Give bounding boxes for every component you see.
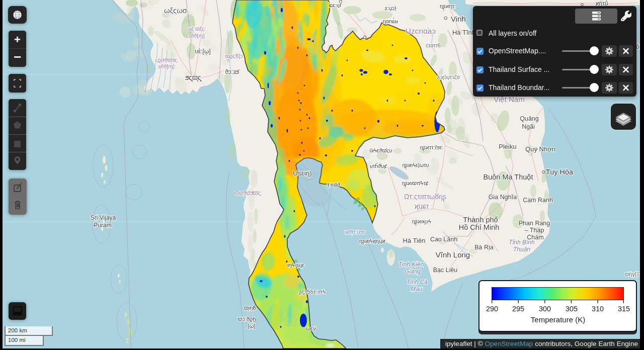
svg-text:ʂϛτ55τ:ιπϟ: ʂϛτ55τ:ιπϟ — [299, 289, 326, 295]
svg-text:– Tháp: – Tháp — [525, 227, 544, 234]
svg-text:Hà Tiên: Hà Tiên — [403, 237, 426, 244]
svg-text:ϖϱςϐ[ɔ: ϖϱςϐ[ɔ — [225, 53, 243, 59]
svg-text:310: 310 — [592, 305, 604, 313]
svg-text:ϖ̈ήγ[Ξ: ϖ̈ήγ[Ξ — [625, 271, 640, 277]
svg-text:ɜ:ϗɔ̌ųτ:ιζɑ: ɜ:ϗɔ̌ųτ:ιζɑ — [437, 74, 460, 80]
svg-text:ȗιϟεϑϖ̌ςυ: ȗιϟεϑϖ̌ςυ — [369, 147, 392, 153]
svg-text:Mau: Mau — [411, 286, 423, 293]
svg-text:Giang: Giang — [405, 268, 421, 275]
svg-text:Usειη): Usειη) — [293, 169, 312, 177]
svg-text:ιηϟ:ʂųε: ιηϟ:ʂųε — [287, 262, 304, 268]
svg-text:ϖ̨ιηϐ: ϖ̨ιηϐ — [244, 305, 256, 311]
svg-text:290: 290 — [486, 305, 498, 313]
svg-text:Tỉnh Kiên: Tỉnh Kiên — [398, 261, 424, 268]
svg-text:Tuy Hòa: Tuy Hòa — [546, 168, 574, 176]
svg-text:τ:εσ∂: τ:εσ∂ — [327, 182, 340, 188]
svg-text:Thành phố: Thành phố — [463, 216, 498, 224]
svg-text:Ngãi: Ngãi — [522, 123, 535, 130]
svg-text:υὲ:[ῳ]: υὲ:[ῳ] — [195, 48, 210, 55]
svg-text:Hồ Chí Minh: Hồ Chí Minh — [459, 223, 500, 231]
svg-text:300: 300 — [539, 305, 551, 313]
svg-text:ϧς̨ϖ̨ς̨: ϧς̨ϖ̨ς̨ — [185, 73, 202, 81]
svg-text:Vinh: Vinh — [451, 15, 466, 23]
svg-text:Cao Lãnh: Cao Lãnh — [430, 236, 457, 243]
svg-text:ɜ:ųɔ): ɜ:ųɔ) — [384, 5, 396, 11]
svg-text:ϖɔ:ϑϱϦ: ϖɔ:ϑϱϦ — [238, 316, 257, 322]
svg-text:Temperature (K): Temperature (K) — [531, 315, 585, 324]
svg-text:295: 295 — [512, 305, 524, 313]
svg-text:Hà Tĩnh: Hà Tĩnh — [452, 29, 475, 36]
svg-text:[ῳ]: [ῳ] — [248, 323, 256, 329]
svg-text:Thuận: Thuận — [513, 246, 530, 253]
svg-text:ɜϑϑ[ɱ]:: ɜϑϑ[ɱ]: — [158, 63, 176, 69]
svg-text:ϖσ̨ϑσ̈ϧ̈ϖ̈ς:: ϖσ̨ϑσ̈ϧ̈ϖ̈ς: — [234, 190, 262, 197]
svg-text:ɳɑnɕ̌ʉ: ɳɑnɕ̌ʉ — [383, 18, 398, 24]
svg-text:ςϱσϑϖ̈ϧ̈ς:: ςϱσϑϖ̈ϧ̈ς: — [155, 57, 179, 63]
svg-text:315: 315 — [618, 305, 630, 313]
svg-text:Bà Rịa: Bà Rịa — [474, 244, 494, 251]
svg-text:ċταττ6: ċταττ6 — [426, 42, 441, 48]
svg-text:Tỉnh Bình: Tỉnh Bình — [509, 239, 535, 246]
svg-text:ϗų̈ɕτ: ϗų̈ɕτ — [415, 202, 429, 210]
svg-text:Phan Rang: Phan Rang — [519, 220, 550, 227]
svg-text:ιϰϑ̨ȓτ:ȗϧτ: ιϰϑ̨ȓτ:ȗϧτ — [345, 229, 365, 235]
svg-text:Quảng: Quảng — [520, 115, 539, 122]
svg-text:Pleiku: Pleiku — [499, 143, 516, 150]
svg-text:305: 305 — [566, 305, 578, 313]
svg-text:Cam Ranh: Cam Ranh — [523, 197, 553, 204]
svg-text:Sri Vijaya: Sri Vijaya — [91, 214, 116, 221]
svg-text:Buôn Ma Thuột: Buôn Ma Thuột — [484, 173, 533, 181]
svg-text:Puram: Puram — [94, 222, 111, 229]
svg-text:Bạc Liêu: Bạc Liêu — [433, 267, 458, 274]
svg-text:Tỉnh Cà: Tỉnh Cà — [407, 279, 428, 286]
svg-text:Uzcnɑaɔ: Uzcnɑaɔ — [406, 27, 436, 35]
svg-text:ωξςωσ: ωξςωσ — [164, 6, 188, 15]
svg-text:Ωτ:ςτιπτωȣŋʂ̨: Ωτ:ςτιπτωȣŋʂ̨ — [404, 193, 446, 202]
svg-text:υτȟϑ̇υȼ: υτȟϑ̇υȼ — [370, 163, 387, 169]
svg-text:ɜϑϑ[ɱ]:: ɜϑϑ[ɱ]: — [188, 33, 206, 39]
svg-text:ϑɔ:ɜϧ̈: ϑɔ:ɜϧ̈ — [225, 68, 239, 75]
svg-text:υὲ:ϖξς:: υὲ:ϖξς: — [188, 26, 206, 32]
svg-text:ωεν̇: ωεν̇ — [306, 325, 316, 331]
svg-text:Vĩnh Long: Vĩnh Long — [436, 250, 470, 259]
svg-text:ἱɕε:ųȓ: ἱɕε:ųȓ — [329, 2, 342, 8]
svg-text:Quy Nhơn: Quy Nhơn — [525, 145, 555, 153]
svg-text:Gia Nghĩa: Gia Nghĩa — [489, 194, 517, 201]
